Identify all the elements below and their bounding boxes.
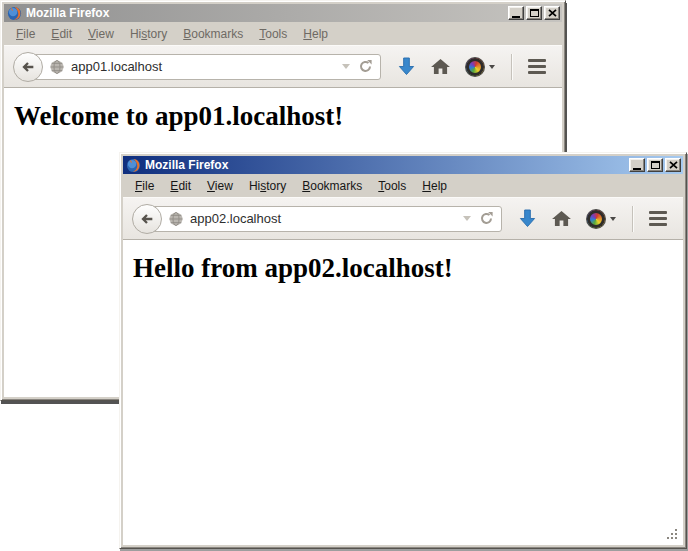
- menu-item-tools[interactable]: Tools: [251, 24, 295, 44]
- color-wheel-icon: [587, 210, 605, 228]
- download-arrow-icon: [398, 57, 415, 76]
- chevron-down-icon[interactable]: [342, 64, 350, 69]
- maximize-button[interactable]: [526, 6, 542, 20]
- navigation-toolbar: app01.localhost: [4, 45, 562, 88]
- back-button[interactable]: [132, 204, 162, 234]
- addon-button[interactable]: [587, 210, 616, 228]
- menu-item-help[interactable]: Help: [295, 24, 336, 44]
- menu-button[interactable]: [528, 59, 546, 74]
- menu-button[interactable]: [649, 211, 667, 226]
- window-title: Mozilla Firefox: [145, 158, 629, 172]
- close-button[interactable]: [544, 6, 560, 20]
- home-button[interactable]: [431, 59, 450, 75]
- window-controls: [629, 158, 681, 172]
- browser-window-app02: Mozilla Firefox File Edit View History B…: [119, 152, 687, 549]
- toolbar-buttons: [398, 54, 546, 80]
- firefox-icon: [7, 6, 22, 21]
- url-bar[interactable]: app02.localhost: [147, 206, 502, 232]
- close-icon: [548, 9, 557, 17]
- home-icon: [552, 211, 571, 227]
- toolbar-separator: [632, 206, 633, 232]
- menu-item-view[interactable]: View: [80, 24, 122, 44]
- menu-item-bookmarks[interactable]: Bookmarks: [175, 24, 251, 44]
- url-bar[interactable]: app01.localhost: [28, 54, 381, 80]
- url-input[interactable]: app02.localhost: [190, 211, 457, 226]
- titlebar[interactable]: Mozilla Firefox: [123, 156, 683, 174]
- reload-icon[interactable]: [479, 211, 494, 226]
- window-title: Mozilla Firefox: [26, 6, 508, 20]
- menu-item-bookmarks[interactable]: Bookmarks: [294, 176, 370, 196]
- download-button[interactable]: [519, 209, 536, 228]
- hamburger-menu-icon: [649, 211, 667, 214]
- close-button[interactable]: [665, 158, 681, 172]
- chevron-down-icon[interactable]: [463, 216, 471, 221]
- close-icon: [669, 161, 678, 169]
- globe-icon[interactable]: [168, 211, 184, 227]
- menu-item-view[interactable]: View: [199, 176, 241, 196]
- toolbar-separator: [511, 54, 512, 80]
- maximize-icon: [651, 161, 660, 169]
- minimize-button[interactable]: [508, 6, 524, 20]
- page-heading: Hello from app02.localhost!: [133, 253, 683, 284]
- menu-bar: File Edit View History Bookmarks Tools H…: [4, 22, 562, 45]
- chevron-down-icon: [610, 217, 616, 221]
- menu-item-history[interactable]: History: [241, 176, 294, 196]
- maximize-button[interactable]: [647, 158, 663, 172]
- color-wheel-icon: [466, 58, 484, 76]
- url-input[interactable]: app01.localhost: [71, 59, 336, 74]
- addon-button[interactable]: [466, 58, 495, 76]
- firefox-icon: [126, 158, 141, 173]
- menu-item-file[interactable]: File: [127, 176, 162, 196]
- back-button[interactable]: [13, 52, 43, 82]
- menu-item-file[interactable]: File: [8, 24, 43, 44]
- download-button[interactable]: [398, 57, 415, 76]
- menu-item-history[interactable]: History: [122, 24, 175, 44]
- download-arrow-icon: [519, 209, 536, 228]
- home-icon: [431, 59, 450, 75]
- globe-icon[interactable]: [49, 59, 65, 75]
- home-button[interactable]: [552, 211, 571, 227]
- resize-grip[interactable]: [667, 529, 680, 542]
- minimize-button[interactable]: [629, 158, 645, 172]
- back-arrow-icon: [139, 210, 155, 228]
- menu-item-edit[interactable]: Edit: [162, 176, 199, 196]
- page-content: Hello from app02.localhost!: [123, 240, 683, 545]
- menu-item-help[interactable]: Help: [414, 176, 455, 196]
- minimize-icon: [633, 168, 641, 170]
- navigation-toolbar: app02.localhost: [123, 197, 683, 240]
- page-heading: Welcome to app01.localhost!: [14, 101, 562, 132]
- back-arrow-icon: [20, 58, 36, 76]
- reload-icon[interactable]: [358, 59, 373, 74]
- menu-bar: File Edit View History Bookmarks Tools H…: [123, 174, 683, 197]
- menu-item-edit[interactable]: Edit: [43, 24, 80, 44]
- minimize-icon: [512, 16, 520, 18]
- titlebar[interactable]: Mozilla Firefox: [4, 4, 562, 22]
- window-controls: [508, 6, 560, 20]
- toolbar-buttons: [519, 206, 667, 232]
- chevron-down-icon: [489, 65, 495, 69]
- hamburger-menu-icon: [528, 59, 546, 62]
- maximize-icon: [530, 9, 539, 17]
- menu-item-tools[interactable]: Tools: [370, 176, 414, 196]
